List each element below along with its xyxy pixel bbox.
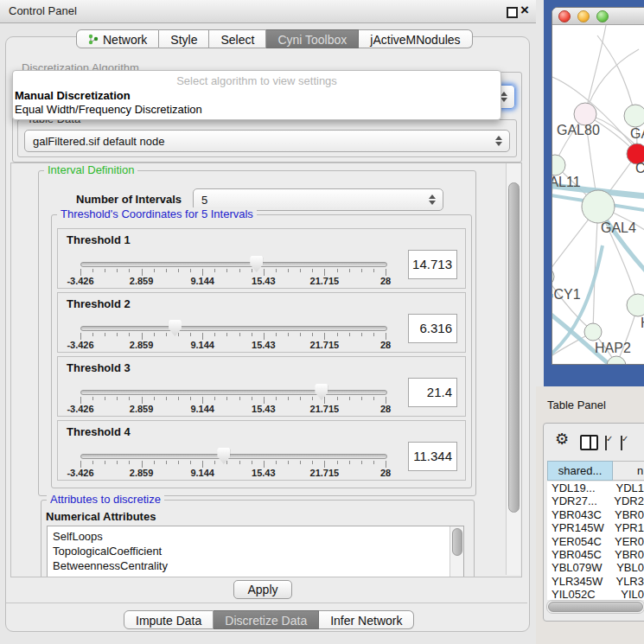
columns-icon[interactable]	[580, 435, 598, 450]
cell-name: YPR1	[606, 521, 644, 534]
interval-definition-label: Interval Definition	[44, 163, 137, 176]
cell-name: YBR0	[606, 548, 644, 561]
float-window-icon[interactable]	[507, 7, 518, 18]
panel-title: Control Panel	[9, 4, 77, 17]
algorithm-dropdown-popup: Select algorithm to view settings Manual…	[12, 70, 501, 120]
table-panel-title: Table Panel	[547, 399, 606, 411]
table-header: shared... n	[547, 461, 644, 481]
checkbox-icon[interactable]	[621, 436, 622, 450]
table-rows: YDL19...YDL1YDR27...YDR2YBR043CYBR0YPR14…	[547, 481, 644, 600]
attribute-item[interactable]: SelfLoops	[48, 529, 463, 544]
threshold-row: Threshold 4-3.4262.8599.14415.4321.71528…	[57, 420, 466, 481]
threshold-value-field[interactable]: 6.316	[408, 314, 457, 343]
table-data-select[interactable]: galFiltered.sif default node	[24, 130, 510, 152]
screen: Control Panel × Network Style Select Cyn…	[0, 0, 644, 644]
tab-network[interactable]: Network	[76, 29, 159, 48]
network-node-HAP2[interactable]	[584, 323, 602, 341]
table-row[interactable]: YPR145WYPR1	[547, 521, 644, 534]
tab-style[interactable]: Style	[159, 29, 209, 48]
network-canvas[interactable]: GAL80GACGAL11GAL4GCY1HHAP2	[552, 25, 644, 364]
table-row[interactable]: YBR043CYBR0	[547, 508, 644, 521]
threshold-row: Threshold 3-3.4262.8599.14415.4321.71528…	[57, 356, 466, 417]
table-hscrollbar-thumb[interactable]	[548, 602, 643, 612]
zoom-traffic-light-icon[interactable]	[596, 10, 609, 22]
thresholds-group-label: Threshold's Coordinates for 5 Intervals	[57, 207, 257, 220]
table-row[interactable]: YER054CYER0	[547, 535, 644, 548]
cell-name: YBL0	[608, 561, 644, 574]
threshold-value-field[interactable]: 11.344	[408, 442, 457, 471]
slider-tick-labels: -3.4262.8599.14415.4321.71528	[80, 276, 386, 286]
network-edge[interactable]	[585, 25, 606, 114]
threshold-label: Threshold 4	[67, 425, 131, 438]
network-node-label: GAL4	[601, 220, 636, 235]
tab-cyni-toolbox[interactable]: Cyni Toolbox	[266, 29, 359, 48]
apply-button[interactable]: Apply	[233, 580, 292, 599]
slider-tick-labels: -3.4262.8599.14415.4321.71528	[80, 340, 386, 350]
threshold-label: Threshold 3	[67, 361, 131, 374]
interval-definition-group: Interval Definition Number of Intervals …	[38, 170, 476, 496]
checkbox-icon[interactable]	[605, 436, 607, 450]
table-row[interactable]: YBL079WYBL0	[547, 561, 644, 574]
attributes-list-scrollbar[interactable]	[450, 526, 463, 577]
table-row[interactable]: YLR345WYLR3	[547, 575, 644, 588]
tab-network-label: Network	[103, 33, 147, 47]
thresholds-group: Threshold's Coordinates for 5 Intervals …	[51, 214, 472, 488]
minimize-traffic-light-icon[interactable]	[577, 10, 590, 22]
network-graph: GAL80GACGAL11GAL4GCY1HHAP2	[552, 25, 644, 364]
table-hscrollbar[interactable]	[546, 600, 644, 614]
popup-option-manual-discretization[interactable]: Manual Discretization	[13, 89, 501, 103]
control-panel-titlebar: Control Panel ×	[0, 0, 536, 23]
column-header-shared[interactable]: shared...	[547, 461, 613, 481]
cell-shared-name: YDL19...	[547, 481, 607, 494]
attribute-item[interactable]: BetweennessCentrality	[48, 558, 463, 573]
settings-scrollbar[interactable]	[506, 163, 520, 575]
attribute-item[interactable]: TopologicalCoefficient	[48, 544, 463, 558]
network-edge[interactable]	[597, 35, 635, 117]
tab-infer-network[interactable]: Infer Network	[319, 610, 414, 629]
table-row[interactable]: YDL19...YDL1	[547, 481, 644, 494]
attributes-group: Attributes to discretize Numerical Attri…	[41, 500, 475, 577]
threshold-label: Threshold 1	[67, 233, 131, 246]
table-row[interactable]: YDR27...YDR2	[547, 494, 644, 507]
cell-name: YDR2	[605, 494, 644, 507]
close-icon[interactable]: ×	[520, 2, 529, 19]
number-of-intervals-label: Number of Intervals	[76, 193, 182, 206]
cell-shared-name: YDR27...	[547, 494, 605, 507]
gear-icon[interactable]: ⚙	[555, 431, 569, 447]
slider-track[interactable]	[80, 454, 387, 459]
slider-track[interactable]	[80, 390, 387, 395]
network-view-window[interactable]: GAL80GACGAL11GAL4GCY1HHAP2	[552, 7, 644, 365]
numerical-attributes-list[interactable]: SelfLoopsTopologicalCoefficientBetweenne…	[47, 526, 464, 577]
number-of-intervals-value: 5	[194, 194, 428, 207]
tab-discretize-data[interactable]: Discretize Data	[214, 610, 319, 629]
network-node-node-H[interactable]	[627, 294, 644, 316]
network-window-titlebar[interactable]	[552, 8, 644, 25]
slider-track[interactable]	[80, 262, 387, 267]
tab-select[interactable]: Select	[209, 29, 266, 48]
slider-tick-labels: -3.4262.8599.14415.4321.71528	[80, 468, 386, 478]
table-row[interactable]: YBR045CYBR0	[547, 548, 644, 561]
tab-jactivemnodules[interactable]: jActiveMNodules	[359, 29, 472, 48]
table-row[interactable]: YIL052CYIL0	[547, 588, 644, 600]
slider-track[interactable]	[80, 326, 387, 331]
column-header-name[interactable]: n	[613, 461, 644, 481]
bottom-separator	[6, 603, 527, 603]
cell-shared-name: YBR045C	[547, 548, 606, 561]
network-node-GAL4[interactable]	[582, 190, 615, 223]
cell-name: YBR0	[606, 508, 644, 521]
panel-divider	[536, 0, 544, 386]
popup-option-equal-width-frequency[interactable]: Equal Width/Frequency Discretization	[13, 103, 501, 117]
network-node-node-bottom[interactable]	[607, 356, 626, 364]
spinner-arrows-icon	[494, 136, 502, 146]
network-node-node-topright[interactable]	[624, 105, 644, 127]
tab-impute-data[interactable]: Impute Data	[124, 610, 214, 629]
attributes-scrollbar-thumb[interactable]	[452, 528, 462, 556]
network-node-GCY1[interactable]	[552, 267, 554, 286]
network-icon	[88, 31, 99, 50]
close-traffic-light-icon[interactable]	[558, 10, 571, 22]
cell-name: YIL0	[612, 588, 644, 600]
threshold-value-field[interactable]: 14.713	[408, 250, 457, 279]
settings-scrollbar-thumb[interactable]	[508, 182, 520, 513]
network-node-label: HAP2	[595, 341, 631, 355]
threshold-value-field[interactable]: 21.4	[408, 378, 457, 407]
